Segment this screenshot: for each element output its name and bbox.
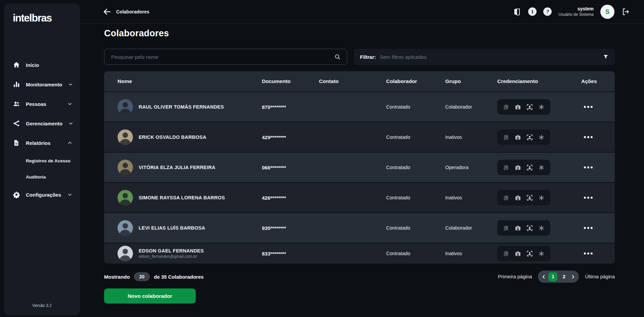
sidebar-item-relatorios[interactable]: Relatórios: [4, 133, 80, 153]
avatar: [118, 160, 133, 175]
table-header-row: Nome Documento Contato Colaborador Grupo…: [104, 71, 615, 91]
user-role: Usuário de Sistema: [558, 12, 594, 17]
user-avatar[interactable]: S: [600, 5, 614, 19]
sidebar: intelbras Início Monitoramento: [4, 3, 80, 315]
sidebar-item-pessoas[interactable]: Pessoas: [4, 94, 80, 114]
row-actions-menu-icon[interactable]: [582, 195, 595, 201]
collaborator-name: SIMONE RAYSSA LORENA BARROS: [139, 195, 225, 200]
facial-recognition-icon: [526, 164, 533, 171]
row-actions-menu-icon[interactable]: [582, 134, 595, 140]
document-cell: 935********: [262, 225, 319, 231]
gear-icon: [13, 191, 20, 198]
logout-icon[interactable]: [621, 7, 630, 16]
facial-recognition-icon: [526, 225, 533, 232]
collaborator-name: ERICK OSVALDO BARBOSA: [139, 134, 206, 140]
search-icon[interactable]: [334, 53, 341, 60]
credential-cell: [497, 129, 581, 145]
page-button-1[interactable]: 1: [548, 272, 557, 281]
sidebar-subitem-registros-de-acesso[interactable]: Registros de Acesso: [4, 153, 80, 169]
id-card-icon: [514, 164, 521, 171]
last-page-button[interactable]: Última página: [585, 274, 615, 279]
document-cell: 833********: [262, 251, 319, 256]
name-block: RAUL OLIVER TOMÁS FERNANDES: [139, 104, 224, 110]
table-row[interactable]: SIMONE RAYSSA LORENA BARROS 426******** …: [104, 183, 615, 212]
actions-cell: [581, 250, 615, 256]
sidebar-item-gerenciamento[interactable]: Gerenciamento: [4, 114, 80, 133]
collaborator-name: RAUL OLIVER TOMÁS FERNANDES: [139, 104, 224, 110]
sidebar-item-label: Configurações: [26, 192, 61, 198]
credential-badge: [497, 220, 550, 236]
credential-cell: [497, 246, 581, 261]
collaborator-type-cell: Contratado: [386, 195, 445, 200]
arrow-left-icon: [103, 7, 111, 16]
name-cell: RAUL OLIVER TOMÁS FERNANDES: [118, 99, 262, 115]
table-body: RAUL OLIVER TOMÁS FERNANDES 870******** …: [104, 92, 615, 264]
total-label: de 35 Colaboradores: [154, 274, 203, 280]
group-cell: Operadora: [445, 165, 497, 170]
door-exit-icon[interactable]: [513, 7, 521, 16]
name-block: ERICK OSVALDO BARBOSA: [139, 134, 206, 140]
home-icon: [13, 61, 20, 69]
password-asterisk-icon: [538, 194, 545, 201]
table-footer: Mostrando 20 de 35 Colaboradores Primeir…: [104, 271, 615, 282]
credential-badge: [497, 190, 550, 205]
people-icon: [13, 100, 20, 108]
chevron-right-icon[interactable]: [570, 274, 576, 279]
topbar: Colaboradores i ? system Usuário de Sist…: [80, 0, 644, 24]
facial-recognition-icon: [526, 134, 533, 141]
password-asterisk-icon: [538, 104, 545, 111]
info-icon[interactable]: i: [528, 7, 537, 16]
page-size-badge[interactable]: 20: [134, 272, 150, 281]
search-input[interactable]: [110, 54, 330, 60]
id-card-icon: [514, 194, 521, 201]
row-actions-menu-icon[interactable]: [582, 164, 595, 170]
collaborator-name: VITÓRIA ELZA JULIA FERREIRA: [139, 165, 216, 170]
collaborator-name: LEVI ELIAS LUÍS BARBOSA: [139, 225, 205, 231]
back-button[interactable]: [103, 7, 111, 16]
sidebar-item-inicio[interactable]: Início: [4, 55, 80, 75]
collaborator-type-cell: Contratado: [386, 104, 445, 110]
first-page-button[interactable]: Primeira página: [498, 274, 532, 279]
name-cell: SIMONE RAYSSA LORENA BARROS: [118, 190, 262, 205]
password-asterisk-icon: [538, 134, 545, 141]
page-button-2[interactable]: 2: [559, 272, 568, 281]
table-row[interactable]: VITÓRIA ELZA JULIA FERREIRA 066******** …: [104, 153, 615, 182]
group-cell: Inativos: [445, 195, 497, 200]
column-header-credenciamento: Credenciamento: [497, 78, 581, 84]
name-block: EDSON GAEL FERNANDES edson_fernandes@gma…: [139, 248, 204, 259]
table-row[interactable]: RAUL OLIVER TOMÁS FERNANDES 870******** …: [104, 92, 615, 122]
column-header-grupo: Grupo: [445, 78, 497, 84]
name-cell: EDSON GAEL FERNANDES edson_fernandes@gma…: [118, 246, 262, 261]
new-collaborator-button[interactable]: Novo colaborador: [104, 288, 196, 304]
credential-cell: [497, 160, 581, 175]
chevron-down-icon: [67, 101, 73, 107]
row-actions-menu-icon[interactable]: [582, 225, 595, 231]
avatar: [118, 190, 133, 205]
row-actions-menu-icon[interactable]: [582, 104, 595, 110]
credential-badge: [497, 99, 550, 115]
credential-cell: [497, 99, 581, 115]
table-row[interactable]: ERICK OSVALDO BARBOSA 429******** Contra…: [104, 122, 615, 152]
credential-badge: [497, 129, 550, 145]
group-cell: Inativos: [445, 134, 497, 140]
id-card-icon: [514, 134, 521, 141]
sidebar-item-configuracoes[interactable]: Configurações: [4, 185, 80, 204]
avatar: [118, 246, 133, 261]
sidebar-subitem-auditoria[interactable]: Auditoria: [4, 169, 80, 185]
chevron-left-icon[interactable]: [541, 274, 546, 279]
sidebar-item-monitoramento[interactable]: Monitoramento: [4, 75, 80, 94]
table-row[interactable]: LEVI ELIAS LUÍS BARBOSA 935******** Cont…: [104, 213, 615, 243]
facial-recognition-icon: [526, 104, 533, 111]
row-actions-menu-icon[interactable]: [582, 250, 595, 256]
help-icon[interactable]: ?: [543, 7, 552, 16]
table-row[interactable]: EDSON GAEL FERNANDES edson_fernandes@gma…: [104, 243, 615, 264]
filter-bar[interactable]: Filtrar: Sem filtros aplicados: [354, 49, 615, 65]
id-card-icon: [514, 225, 521, 232]
pagination: Primeira página 1 2 Última página: [498, 271, 615, 283]
filter-funnel-icon[interactable]: [603, 54, 609, 60]
app-version: Versão 3.2: [4, 303, 80, 308]
topbar-actions: i ? system Usuário de Sistema S: [513, 5, 630, 19]
showing-label: Mostrando: [104, 274, 130, 280]
collaborator-type-cell: Contratado: [386, 251, 445, 256]
column-header-documento: Documento: [262, 78, 319, 84]
